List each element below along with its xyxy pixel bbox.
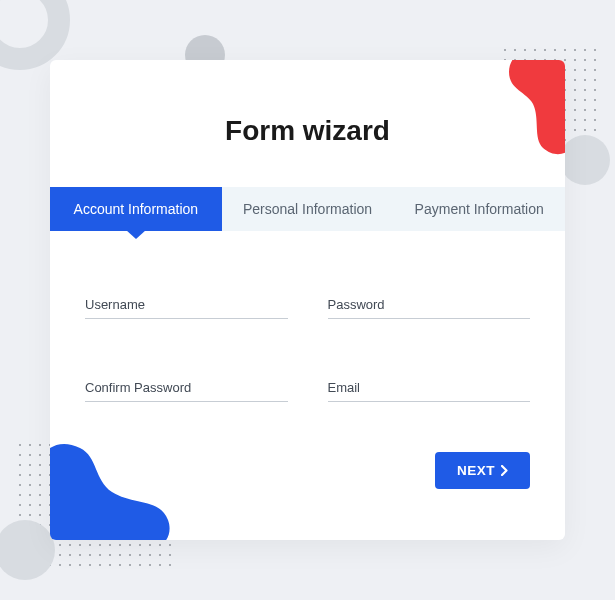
form-footer: NEXT <box>50 422 565 519</box>
decor-circle <box>560 135 610 185</box>
tab-label: Account Information <box>74 201 199 217</box>
tab-label: Payment Information <box>415 201 544 217</box>
tab-payment-information[interactable]: Payment Information <box>393 187 565 231</box>
tab-label: Personal Information <box>243 201 372 217</box>
chevron-right-icon <box>501 465 508 476</box>
confirm-password-input[interactable] <box>85 374 288 402</box>
field-password <box>328 291 531 319</box>
tab-account-information[interactable]: Account Information <box>50 187 222 231</box>
field-username <box>85 291 288 319</box>
field-confirm-password <box>85 374 288 402</box>
form-body <box>50 231 565 422</box>
next-button-label: NEXT <box>457 463 495 478</box>
wizard-card: Form wizard Account Information Personal… <box>50 60 565 540</box>
email-input[interactable] <box>328 374 531 402</box>
tab-personal-information[interactable]: Personal Information <box>222 187 394 231</box>
username-input[interactable] <box>85 291 288 319</box>
wizard-tabs: Account Information Personal Information… <box>50 187 565 231</box>
decor-blob-red <box>485 60 565 160</box>
password-input[interactable] <box>328 291 531 319</box>
decor-circle <box>0 520 55 580</box>
next-button[interactable]: NEXT <box>435 452 530 489</box>
field-email <box>328 374 531 402</box>
